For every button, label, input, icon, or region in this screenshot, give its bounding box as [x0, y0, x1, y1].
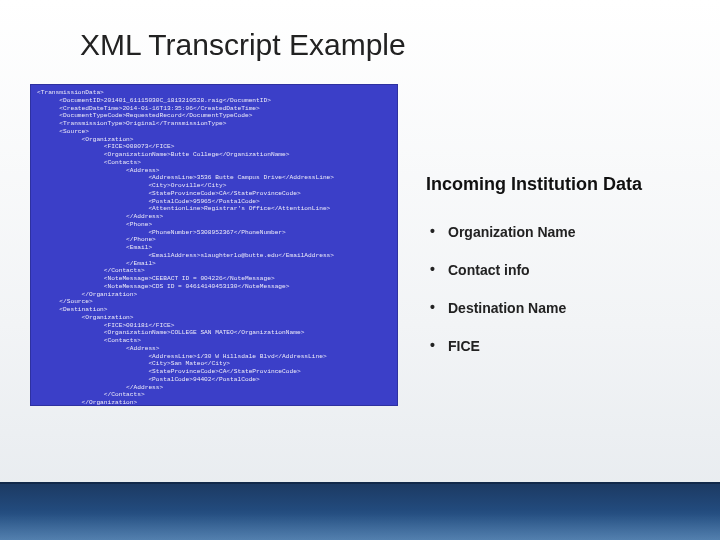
list-item: Destination Name [426, 289, 696, 327]
right-panel: Incoming Institution Data Organization N… [426, 174, 696, 365]
footer-band [0, 482, 720, 540]
list-item: Organization Name [426, 213, 696, 251]
list-item: FICE [426, 327, 696, 365]
list-item: Contact info [426, 251, 696, 289]
xml-code-block: <TransmissionData> <DocumentID>201401_61… [30, 84, 398, 406]
slide-title: XML Transcript Example [80, 28, 406, 62]
bullet-list: Organization Name Contact info Destinati… [426, 213, 696, 365]
right-heading: Incoming Institution Data [426, 174, 696, 195]
slide: XML Transcript Example <TransmissionData… [0, 0, 720, 540]
